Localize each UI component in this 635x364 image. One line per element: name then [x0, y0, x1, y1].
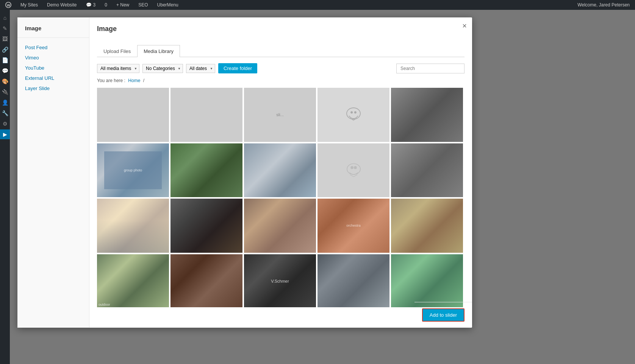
filter-categories-select[interactable]: No Categories [142, 64, 183, 73]
media-item[interactable] [97, 88, 169, 142]
sidebar-icon-tools[interactable]: 🔧 [0, 108, 10, 118]
comments-menu[interactable]: 💬 3 [84, 0, 98, 10]
add-to-slider-button[interactable]: Add to slider [422, 308, 465, 322]
dialog-footer: Add to slider [414, 302, 472, 328]
updates-count: 0 [105, 2, 107, 8]
media-item[interactable] [244, 199, 316, 253]
content-background: Image Post Feed Vimeo YouTube External U… [10, 10, 635, 364]
comment-icon: 💬 [86, 2, 92, 8]
media-item[interactable] [318, 88, 389, 142]
ubermenu-label: UberMenu [157, 2, 178, 8]
dialog-main-content: Image Upload Files Media Library All med… [89, 17, 472, 328]
media-item[interactable] [170, 199, 242, 253]
demo-website-menu[interactable]: Demo Website [45, 0, 79, 10]
dialog-tabs: Upload Files Media Library [97, 45, 465, 57]
svg-text:W: W [7, 3, 11, 7]
new-menu[interactable]: + New [114, 0, 131, 10]
ubermenu-menu[interactable]: UberMenu [155, 0, 181, 10]
dialog-sidebar-title: Image [17, 25, 89, 38]
sidebar-icon-links[interactable]: 🔗 [0, 45, 10, 54]
dialog-sidebar: Image Post Feed Vimeo YouTube External U… [17, 17, 89, 328]
media-item[interactable] [170, 88, 242, 142]
sidebar-icon-posts[interactable]: ✎ [0, 23, 10, 33]
updates-menu[interactable]: 0 [102, 0, 109, 10]
filter-categories-wrapper: No Categories [142, 64, 183, 73]
breadcrumb-home[interactable]: Home [128, 78, 141, 83]
media-item[interactable] [391, 143, 463, 198]
filter-media-wrapper: All media items [97, 64, 139, 73]
sidebar-icon-users[interactable]: 👤 [0, 98, 10, 107]
new-label: + New [116, 2, 129, 8]
modal-overlay: Image Post Feed Vimeo YouTube External U… [10, 10, 635, 364]
create-folder-button[interactable]: Create folder [218, 63, 257, 73]
media-item[interactable] [391, 88, 463, 142]
svg-point-6 [350, 166, 353, 169]
breadcrumb-prefix: You are here : [97, 78, 125, 83]
wp-logo[interactable]: W [3, 0, 14, 10]
media-grid-wrapper: sli... [97, 88, 465, 320]
svg-point-5 [347, 164, 360, 175]
sidebar-icon-media[interactable]: 🖼 [0, 34, 10, 44]
filter-dates-select[interactable]: All dates [186, 64, 215, 73]
breadcrumb-separator: / [143, 78, 144, 83]
my-sites-label: My Sites [20, 2, 38, 8]
sidebar-item-layer-slide[interactable]: Layer Slide [17, 83, 89, 93]
my-sites-menu[interactable]: My Sites [18, 0, 40, 10]
sidebar-icon-settings[interactable]: ⚙ [0, 119, 10, 129]
demo-website-label: Demo Website [47, 2, 77, 8]
tab-upload-files[interactable]: Upload Files [97, 45, 137, 57]
media-grid: sli... [97, 88, 465, 307]
svg-point-3 [350, 111, 353, 114]
image-dialog: Image Post Feed Vimeo YouTube External U… [17, 17, 472, 328]
sidebar-item-vimeo[interactable]: Vimeo [17, 53, 89, 63]
sidebar-icon-plugins[interactable]: 🔌 [0, 87, 10, 97]
main-layout: ⌂ ✎ 🖼 🔗 📄 💬 🎨 🔌 👤 🔧 ⚙ ▶ Image Post Feed … [0, 10, 635, 364]
sidebar-icon-slider[interactable]: ▶ [0, 129, 10, 139]
media-item[interactable] [97, 199, 169, 253]
sidebar-item-external-url[interactable]: External URL [17, 73, 89, 83]
tab-media-library[interactable]: Media Library [137, 45, 180, 57]
seo-label: SEO [138, 2, 148, 8]
media-item[interactable]: outdoor [97, 254, 169, 308]
admin-bar: W My Sites Demo Website 💬 3 0 + New SEO … [0, 0, 635, 10]
sidebar-icon-comments[interactable]: 💬 [0, 66, 10, 76]
media-item[interactable] [244, 143, 316, 198]
sidebar-item-post-feed[interactable]: Post Feed [17, 42, 89, 53]
sidebar-icon-pages[interactable]: 📄 [0, 55, 10, 65]
media-toolbar: All media items No Categories All dates [97, 63, 465, 73]
wp-sidebar: ⌂ ✎ 🖼 🔗 📄 💬 🎨 🔌 👤 🔧 ⚙ ▶ [0, 10, 10, 364]
seo-menu[interactable]: SEO [136, 0, 150, 10]
dialog-title: Image [97, 25, 117, 33]
welcome-message: Welcome, Jared Petersen [575, 0, 632, 10]
media-item[interactable] [318, 254, 389, 308]
breadcrumb: You are here : Home / [97, 78, 465, 83]
svg-point-4 [354, 111, 357, 114]
comments-count: 3 [93, 2, 96, 8]
media-item[interactable]: sli... [244, 88, 316, 142]
sidebar-icon-appearance[interactable]: 🎨 [0, 76, 10, 86]
media-item[interactable]: V.Schmer [244, 254, 316, 308]
filter-media-select[interactable]: All media items [97, 64, 139, 73]
sidebar-item-youtube[interactable]: YouTube [17, 63, 89, 73]
media-item[interactable]: orchestra [318, 199, 389, 253]
media-item[interactable] [170, 254, 242, 308]
svg-point-2 [347, 108, 360, 119]
media-item[interactable] [391, 199, 463, 253]
sidebar-icon-dashboard[interactable]: ⌂ [0, 13, 10, 23]
close-button[interactable]: × [462, 22, 467, 30]
media-item[interactable]: group photo [97, 143, 169, 198]
media-grid-scroll[interactable]: sli... [97, 88, 465, 307]
media-item[interactable] [391, 254, 463, 308]
media-item[interactable] [318, 143, 389, 198]
filter-dates-wrapper: All dates [186, 64, 215, 73]
media-item[interactable] [170, 143, 242, 198]
search-input[interactable] [396, 64, 465, 73]
svg-point-7 [354, 166, 357, 169]
